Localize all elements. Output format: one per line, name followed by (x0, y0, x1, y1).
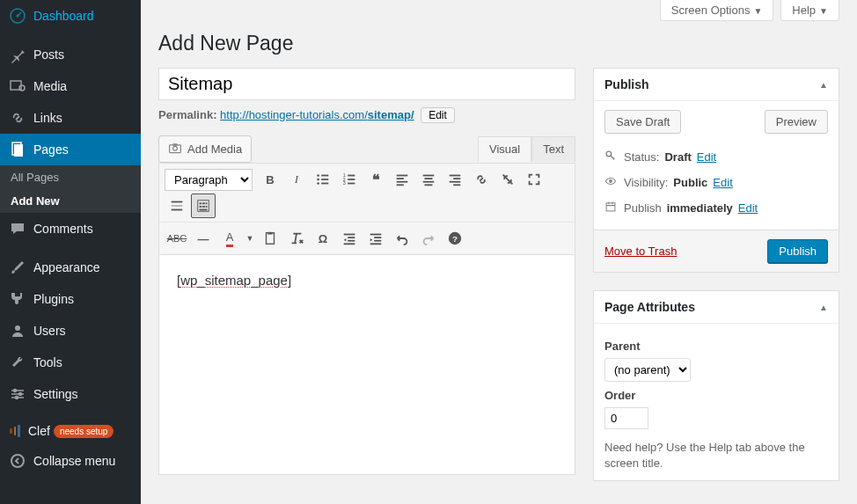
clear-formatting-button[interactable] (284, 226, 309, 251)
svg-rect-57 (374, 240, 381, 242)
read-more-button[interactable] (165, 194, 189, 218)
svg-rect-36 (450, 181, 461, 183)
sidebar-label: Settings (33, 387, 78, 401)
sidebar-label: Collapse menu (33, 454, 115, 468)
number-list-button[interactable]: 123 (337, 167, 362, 192)
format-select[interactable]: Paragraph (165, 169, 253, 191)
svg-rect-38 (172, 201, 183, 203)
svg-point-10 (11, 455, 24, 467)
tab-text[interactable]: Text (531, 136, 575, 162)
visibility-row: Visibility: Public Edit (604, 170, 828, 195)
text-color-dropdown[interactable]: ▼ (244, 226, 256, 251)
screen-meta: Screen Options▼ Help▼ (158, 0, 839, 21)
save-draft-button[interactable]: Save Draft (604, 110, 681, 134)
brush-icon (9, 259, 26, 276)
attributes-toggle[interactable]: ▲ (819, 303, 828, 312)
align-right-button[interactable] (443, 167, 467, 192)
text-color-button[interactable]: A (217, 226, 242, 251)
help-label: Help (792, 4, 816, 17)
camera-icon (168, 141, 182, 157)
sidebar-item-media[interactable]: Media (0, 70, 141, 102)
svg-rect-35 (453, 178, 460, 179)
svg-rect-54 (344, 243, 355, 245)
undo-button[interactable] (390, 226, 414, 251)
sidebar-item-tools[interactable]: Tools (0, 347, 141, 378)
permalink-edit-button[interactable]: Edit (421, 107, 455, 123)
svg-rect-48 (200, 209, 208, 211)
sidebar-item-dashboard[interactable]: Dashboard (0, 0, 141, 32)
sidebar-item-comments[interactable]: Comments (0, 213, 141, 245)
permalink-label: Permalink: (158, 108, 216, 121)
svg-rect-31 (425, 178, 433, 179)
italic-button[interactable]: I (284, 167, 309, 192)
move-to-trash-link[interactable]: Move to Trash (604, 245, 677, 258)
svg-rect-47 (206, 206, 208, 208)
hr-button[interactable]: — (191, 226, 216, 251)
svg-point-1 (17, 15, 19, 18)
sidebar-item-appearance[interactable]: Appearance (0, 252, 141, 283)
svg-rect-63 (606, 203, 615, 211)
title-input[interactable] (158, 68, 575, 100)
sidebar-item-pages[interactable]: Pages (0, 134, 141, 165)
editor-content-area[interactable]: [wp_sitemap_page] (158, 255, 575, 475)
sidebar-label: Posts (33, 47, 64, 62)
order-label: Order (604, 389, 828, 402)
sidebar-item-users[interactable]: Users (0, 315, 141, 347)
sidebar-item-links[interactable]: Links (0, 102, 141, 134)
triangle-down-icon: ▼ (753, 6, 762, 16)
help-icon-button[interactable]: ? (443, 226, 467, 251)
tab-visual[interactable]: Visual (478, 136, 531, 162)
visibility-edit-link[interactable]: Edit (713, 176, 732, 189)
publish-button[interactable]: Publish (767, 239, 828, 263)
svg-rect-33 (425, 184, 433, 186)
publish-toggle[interactable]: ▲ (819, 80, 828, 90)
special-char-button[interactable]: Ω (311, 226, 335, 251)
permalink-row: Permalink: http://hostinger-tutorials.co… (158, 107, 575, 123)
permalink-link[interactable]: http://hostinger-tutorials.com/sitemap/ (220, 108, 414, 121)
sidebar-sub-add-new[interactable]: Add New (0, 189, 141, 213)
sidebar-item-clef[interactable]: Clef needs setup (0, 417, 141, 445)
add-media-button[interactable]: Add Media (158, 135, 252, 163)
svg-point-3 (19, 85, 25, 91)
sidebar-sub-all-pages[interactable]: All Pages (0, 165, 141, 189)
clef-badge: needs setup (54, 425, 114, 438)
blockquote-button[interactable]: ❝ (363, 167, 388, 192)
fullscreen-button[interactable] (522, 167, 546, 192)
svg-rect-49 (267, 233, 275, 245)
schedule-edit-link[interactable]: Edit (738, 201, 758, 215)
editor-shortcode: [wp_sitemap_page] (177, 273, 291, 288)
attributes-help-text: Need help? Use the Help tab above the sc… (604, 440, 828, 471)
align-left-button[interactable] (390, 167, 414, 192)
screen-options-label: Screen Options (671, 4, 751, 17)
sidebar-item-collapse[interactable]: Collapse menu (0, 445, 141, 477)
sidebar-item-plugins[interactable]: Plugins (0, 283, 141, 315)
svg-point-12 (173, 146, 178, 150)
redo-button[interactable] (416, 226, 441, 251)
outdent-button[interactable] (337, 226, 362, 251)
add-media-label: Add Media (187, 142, 242, 156)
sidebar-item-settings[interactable]: Settings (0, 378, 141, 410)
screen-options-button[interactable]: Screen Options▼ (660, 0, 774, 21)
kitchen-sink-button[interactable] (191, 194, 216, 218)
align-center-button[interactable] (416, 167, 441, 192)
parent-select[interactable]: (no parent) (604, 358, 691, 382)
svg-rect-23 (348, 179, 355, 180)
sidebar-item-posts[interactable]: Posts (0, 39, 141, 70)
sidebar-label: Users (33, 324, 66, 338)
svg-rect-42 (200, 202, 202, 204)
schedule-label: Publish (624, 201, 662, 215)
link-button[interactable] (469, 167, 494, 192)
paste-text-button[interactable] (258, 226, 282, 251)
bullet-list-button[interactable] (311, 167, 335, 192)
strikethrough-button[interactable]: ABC (165, 226, 189, 251)
help-button[interactable]: Help▼ (780, 0, 839, 21)
svg-point-14 (317, 174, 319, 177)
svg-rect-21 (348, 175, 355, 177)
order-input[interactable] (604, 407, 648, 429)
status-edit-link[interactable]: Edit (697, 150, 716, 164)
link-icon (9, 109, 26, 127)
indent-button[interactable] (363, 226, 388, 251)
preview-button[interactable]: Preview (765, 110, 828, 134)
unlink-button[interactable] (495, 167, 520, 192)
bold-button[interactable]: B (258, 167, 282, 192)
